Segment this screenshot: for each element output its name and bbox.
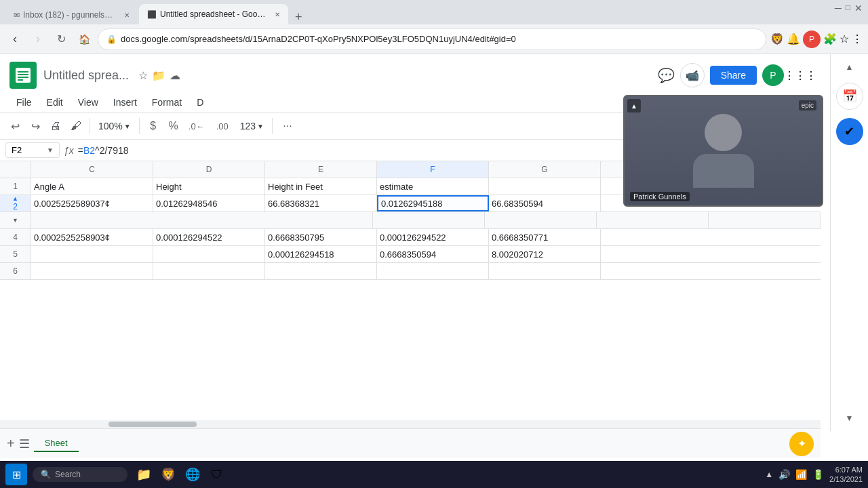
more-options-icon[interactable]: ⋮	[852, 33, 863, 45]
cell-d5[interactable]	[153, 246, 265, 262]
brave-shield-icon[interactable]: 🦁	[770, 33, 784, 45]
cell-g5[interactable]: 8.002020712	[489, 246, 601, 262]
menu-insert[interactable]: Insert	[106, 94, 144, 110]
cell-e2[interactable]: 66.68368321	[265, 195, 377, 211]
address-bar[interactable]: 🔒 docs.google.com/spreadsheets/d/15ArnaD…	[98, 28, 766, 50]
cell-d3[interactable]	[373, 212, 485, 228]
cell-g2[interactable]: 66.68350594	[489, 195, 601, 211]
taskbar-app-files[interactable]: 📁	[133, 464, 155, 485]
comment-icon[interactable]: 💬	[658, 67, 675, 83]
taskbar-app-vpn[interactable]: 🛡	[206, 464, 228, 485]
move-to-icon[interactable]: 📁	[152, 69, 165, 82]
col-header-d[interactable]: D	[153, 161, 265, 178]
col-header-f[interactable]: F	[377, 161, 489, 178]
cell-e3[interactable]	[485, 212, 597, 228]
cell-c1[interactable]: Angle A	[31, 178, 153, 195]
cell-d4[interactable]: 0.000126294522	[153, 229, 265, 245]
volume-icon[interactable]: 🔊	[778, 469, 790, 480]
share-button[interactable]: Share	[710, 66, 757, 85]
back-button[interactable]: ‹	[5, 30, 24, 49]
bookmark-icon[interactable]: ☆	[840, 33, 849, 45]
cell-f3[interactable]	[597, 212, 709, 228]
cell-d2[interactable]: 0.01262948546	[153, 195, 265, 211]
cell-c5[interactable]	[31, 246, 153, 262]
browser-tab-inactive[interactable]: ✉ Inbox (182) - pgunnels@gmail.com ✕	[5, 5, 138, 24]
cell-d6[interactable]	[153, 263, 265, 279]
cell-ref-dropdown[interactable]: ▼	[47, 146, 54, 154]
cell-f2[interactable]: 0.01262945188	[377, 195, 489, 211]
video-minimize-button[interactable]: ▲	[627, 99, 641, 113]
extensions-icon[interactable]: 🧩	[823, 33, 837, 45]
cell-g4[interactable]: 0.6668350771	[489, 229, 601, 245]
close-icon[interactable]: ✕	[854, 3, 863, 14]
profile-icon[interactable]: P	[803, 30, 821, 48]
notification-icon[interactable]: 🔔	[787, 33, 800, 45]
add-sheet-button[interactable]: +	[7, 436, 15, 451]
taskbar-app-brave[interactable]: 🦁	[157, 464, 179, 485]
sidebar-icon-tasks[interactable]: ✔	[836, 118, 863, 145]
battery-icon[interactable]: 🔋	[812, 469, 824, 480]
home-button[interactable]: 🏠	[75, 30, 94, 49]
user-avatar[interactable]: P	[762, 64, 784, 86]
more-formats-button[interactable]: ···	[277, 117, 298, 136]
undo-button[interactable]: ↩	[5, 117, 24, 136]
cell-f6[interactable]	[377, 263, 489, 279]
google-apps-icon[interactable]: ⋮⋮⋮	[789, 64, 811, 86]
forward-button[interactable]: ›	[28, 30, 47, 49]
tab-close-sheets[interactable]: ✕	[275, 11, 280, 18]
cell-d1[interactable]: Height	[153, 178, 265, 195]
cell-e6[interactable]	[265, 263, 377, 279]
reload-button[interactable]: ↻	[52, 30, 71, 49]
cell-c3[interactable]	[31, 212, 373, 228]
minimize-icon[interactable]: ─	[835, 3, 842, 14]
cell-c4[interactable]: 0.0002525258903¢	[31, 229, 153, 245]
taskbar-clock[interactable]: 6:07 AM 2/13/2021	[829, 465, 863, 485]
decrease-decimal-button[interactable]: .0←	[184, 117, 209, 136]
taskbar-search[interactable]: 🔍 Search	[33, 467, 127, 482]
star-icon[interactable]: ☆	[138, 69, 148, 82]
cell-c6[interactable]	[31, 263, 153, 279]
sidebar-scroll-down[interactable]: ▼	[846, 413, 854, 423]
new-tab-button[interactable]: +	[290, 9, 308, 24]
sidebar-scroll-up[interactable]: ▲	[846, 62, 854, 72]
cell-g3[interactable]	[709, 212, 821, 228]
cell-f5[interactable]: 0.6668350594	[377, 246, 489, 262]
sheet-tab-sheet1[interactable]: Sheet	[34, 435, 79, 452]
currency-button[interactable]: $	[144, 117, 163, 136]
increase-decimal-button[interactable]: .00	[210, 117, 235, 136]
cell-e4[interactable]: 0.6668350795	[265, 229, 377, 245]
menu-format[interactable]: Format	[145, 94, 189, 110]
menu-file[interactable]: File	[9, 94, 39, 110]
meet-button[interactable]: 📹	[680, 63, 705, 87]
start-button[interactable]: ⊞	[5, 464, 27, 485]
tab-close-gmail[interactable]: ✕	[124, 12, 130, 19]
cell-e1[interactable]: Height in Feet	[265, 178, 377, 195]
cell-g1[interactable]	[489, 178, 601, 195]
paint-format-button[interactable]: 🖌	[66, 117, 85, 136]
cloud-save-icon[interactable]: ☁	[170, 69, 180, 82]
cell-reference-box[interactable]: F2 ▼	[5, 142, 60, 158]
cell-e5[interactable]: 0.000126294518	[265, 246, 377, 262]
menu-data[interactable]: D	[190, 94, 210, 110]
maximize-icon[interactable]: □	[846, 3, 850, 14]
percent-button[interactable]: %	[164, 117, 183, 136]
number-format-button[interactable]: 123 ▼	[236, 119, 268, 133]
sidebar-icon-calendar[interactable]: 📅	[836, 83, 863, 110]
menu-view[interactable]: View	[71, 94, 105, 110]
col-header-e[interactable]: E	[265, 161, 377, 178]
sheets-document-title[interactable]: Untitled sprea...	[43, 68, 129, 83]
cell-g6[interactable]	[489, 263, 601, 279]
taskbar-app-browser2[interactable]: 🌐	[182, 464, 203, 485]
sheet-list-button[interactable]: ☰	[19, 436, 30, 451]
col-header-c[interactable]: C	[31, 161, 153, 178]
print-button[interactable]: 🖨	[46, 117, 65, 136]
cell-f4[interactable]: 0.000126294522	[377, 229, 489, 245]
h-scroll-thumb[interactable]	[108, 422, 197, 427]
zoom-control[interactable]: 100% ▼	[94, 119, 135, 133]
horizontal-scrollbar[interactable]	[0, 420, 821, 428]
cell-f1[interactable]: estimate	[377, 178, 489, 195]
col-header-g[interactable]: G	[489, 161, 601, 178]
cell-c2[interactable]: 0.0025252589037¢	[31, 195, 153, 211]
browser-tab-active[interactable]: ⬛ Untitled spreadsheet - Google Sh... ✕	[139, 4, 288, 24]
menu-edit[interactable]: Edit	[40, 94, 70, 110]
